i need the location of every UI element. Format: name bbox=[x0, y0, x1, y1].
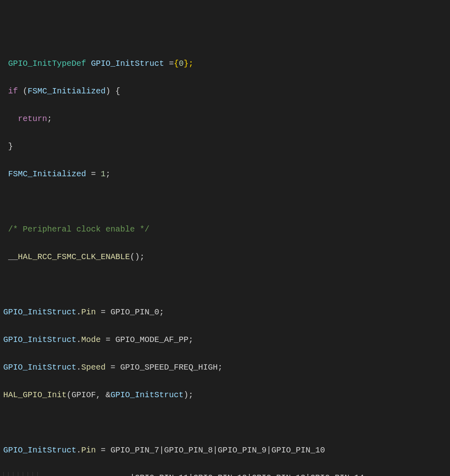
code-line: FSMC_Initialized = 1; bbox=[3, 167, 447, 181]
code-line: GPIO_InitTypeDef GPIO_InitStruct ={0}; bbox=[3, 57, 447, 71]
indent-guide bbox=[8, 472, 13, 476]
code-line: GPIO_InitStruct.Pin = GPIO_PIN_0; bbox=[3, 305, 447, 319]
code-line: /* Peripheral clock enable */ bbox=[3, 223, 447, 236]
indent-guide bbox=[32, 472, 37, 476]
code-line: HAL_GPIO_Init(GPIOF, &GPIO_InitStruct); bbox=[3, 388, 447, 402]
indent-guide bbox=[37, 472, 42, 476]
keyword-token: return bbox=[18, 114, 47, 123]
code-line: GPIO_InitStruct.Mode = GPIO_MODE_AF_PP; bbox=[3, 333, 447, 347]
function-call: HAL_GPIO_Init bbox=[3, 390, 67, 400]
var-token: GPIO_InitStruct bbox=[91, 59, 164, 68]
indent-guide bbox=[18, 472, 23, 476]
keyword-token: if bbox=[8, 87, 18, 96]
code-line: GPIO_InitStruct.Speed = GPIO_SPEED_FREQ_… bbox=[3, 361, 447, 374]
code-line: __HAL_RCC_FSMC_CLK_ENABLE(); bbox=[3, 250, 447, 264]
code-line: } bbox=[3, 140, 447, 154]
code-line: if (FSMC_Initialized) { bbox=[3, 84, 447, 98]
indent-guide bbox=[3, 472, 8, 476]
code-line: |GPIO_PIN_11|GPIO_PIN_12|GPIO_PIN_13|GPI… bbox=[3, 471, 447, 476]
code-line: GPIO_InitStruct.Pin = GPIO_PIN_7|GPIO_PI… bbox=[3, 444, 447, 457]
macro-token: HAL_RCC_FSMC_CLK_ENABLE bbox=[18, 252, 130, 262]
indent-guide bbox=[23, 472, 28, 476]
indent-guide bbox=[28, 472, 32, 476]
code-line: return; bbox=[3, 112, 447, 126]
code-line bbox=[3, 278, 447, 292]
indent-guide bbox=[13, 472, 18, 476]
comment-token: /* Peripheral clock enable */ bbox=[8, 225, 149, 234]
code-line bbox=[3, 195, 447, 209]
type-token: GPIO_InitTypeDef bbox=[8, 59, 86, 68]
code-line bbox=[3, 416, 447, 430]
